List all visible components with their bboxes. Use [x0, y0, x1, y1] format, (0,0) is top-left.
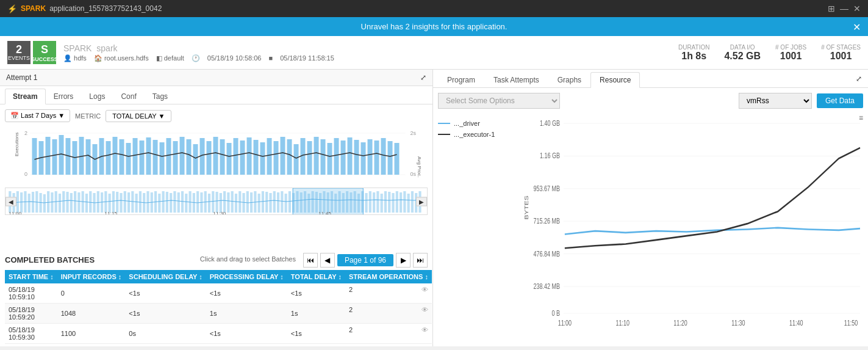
- vmrss-select[interactable]: vmRss: [739, 93, 812, 109]
- app-meta: 👤 hdfs 🏠 root.users.hdfs ◧ default 🕐 05/…: [63, 54, 678, 62]
- banner-close[interactable]: ✕: [853, 21, 861, 32]
- topbar-app-id: application_1557837752143_0042: [49, 4, 162, 13]
- duration-stat: DURATION 1h 8s: [678, 44, 709, 62]
- svg-rect-132: [235, 194, 237, 213]
- svg-rect-143: [277, 192, 279, 213]
- svg-rect-37: [227, 143, 232, 175]
- jobs-value: 1001: [775, 51, 806, 62]
- svg-rect-61: [388, 141, 393, 175]
- jobs-stat: # OF JOBS 1001: [775, 44, 806, 62]
- tab-logs[interactable]: Logs: [81, 89, 113, 104]
- main-chart-svg: 2 0 Executions 2s 0s Avg Proc.: [5, 126, 428, 181]
- table-header-row: START TIME ↕ INPUT RECORDS ↕ SCHEDULING …: [5, 270, 432, 283]
- svg-text:476.84 MB: 476.84 MB: [533, 249, 559, 258]
- svg-rect-35: [213, 137, 218, 175]
- col-input-records: INPUT RECORDS ↕: [57, 270, 126, 283]
- tab-stream[interactable]: Stream: [5, 89, 46, 104]
- eye-icon[interactable]: 👁: [421, 306, 428, 313]
- metric-btn[interactable]: TOTAL DELAY ▼: [106, 110, 171, 122]
- next-page-btn[interactable]: ▶: [396, 253, 411, 268]
- tab-program[interactable]: Program: [438, 72, 484, 87]
- svg-rect-31: [187, 139, 192, 175]
- cell-total-delay: <1s: [287, 283, 345, 304]
- svg-rect-134: [242, 193, 245, 213]
- svg-rect-116: [173, 191, 176, 213]
- svg-rect-109: [146, 191, 149, 213]
- svg-rect-174: [396, 191, 398, 213]
- svg-rect-88: [66, 192, 68, 213]
- svg-rect-32: [193, 144, 198, 175]
- stream-tab-bar: Stream Errors Logs Conf Tags: [0, 86, 432, 104]
- right-expand-icon[interactable]: ⤢: [850, 71, 868, 87]
- chart-menu-icon[interactable]: ≡: [859, 114, 863, 122]
- svg-rect-175: [400, 192, 402, 213]
- legend-executor-line: [438, 134, 450, 135]
- app-badges: 2 EVENTS S SUCCESS: [7, 41, 56, 64]
- svg-rect-24: [140, 140, 145, 175]
- svg-rect-139: [262, 191, 264, 213]
- cell-processing-delay: <1s: [206, 283, 287, 304]
- svg-rect-91: [77, 192, 80, 213]
- svg-text:Sat 11:15: Sat 11:15: [142, 180, 163, 181]
- cell-input-records: 0: [57, 283, 126, 304]
- svg-rect-177: [407, 194, 410, 213]
- svg-text:953.67 MB: 953.67 MB: [533, 184, 559, 192]
- mini-scroll-right[interactable]: ▶: [416, 197, 427, 206]
- cell-processing-delay: 1s: [206, 304, 287, 324]
- table-row: 05/18/19 10:59:10 0 <1s <1s <1s 2 👁: [5, 283, 432, 304]
- cell-input-records: 1048: [57, 304, 126, 324]
- tab-conf[interactable]: Conf: [113, 89, 144, 104]
- prev-page-btn[interactable]: ◀: [320, 253, 335, 268]
- options-select[interactable]: Select Some Options: [438, 93, 560, 109]
- root-user: 🏠 root.users.hdfs: [94, 54, 149, 62]
- eye-icon[interactable]: 👁: [421, 326, 428, 334]
- svg-rect-125: [208, 194, 210, 213]
- svg-rect-94: [89, 191, 91, 213]
- eye-icon[interactable]: 👁: [421, 286, 428, 293]
- app-title: SPARK spark: [63, 43, 678, 53]
- mini-scroll-left[interactable]: ◀: [5, 197, 16, 206]
- svg-rect-114: [166, 192, 168, 213]
- metric-label: METRIC: [75, 112, 101, 120]
- cell-stream-ops: 2 👁: [345, 283, 432, 296]
- svg-rect-43: [267, 138, 272, 175]
- svg-text:11:40: 11:40: [789, 319, 803, 326]
- tab-errors[interactable]: Errors: [46, 89, 82, 104]
- duration-value: 1h 8s: [678, 51, 709, 62]
- date-range-btn[interactable]: 📅 Last 7 Days ▼: [5, 109, 70, 122]
- svg-rect-52: [328, 143, 332, 175]
- svg-rect-51: [321, 139, 326, 175]
- svg-rect-57: [361, 142, 366, 175]
- tab-graphs[interactable]: Graphs: [548, 72, 590, 87]
- svg-rect-25: [146, 137, 151, 175]
- svg-rect-115: [170, 193, 172, 213]
- svg-rect-126: [212, 191, 214, 213]
- svg-text:Sat 11:00: Sat 11:00: [24, 180, 45, 181]
- svg-rect-58: [368, 139, 373, 175]
- svg-rect-113: [162, 191, 165, 213]
- svg-rect-169: [376, 191, 379, 213]
- batches-tbody: 05/18/19 10:59:10 0 <1s <1s <1s 2 👁 05/1…: [5, 283, 432, 344]
- expand-icon[interactable]: ⤢: [420, 73, 426, 82]
- app-header: 2 EVENTS S SUCCESS SPARK spark 👤 hdfs 🏠 …: [0, 36, 868, 70]
- grid-icon[interactable]: ⊞: [828, 4, 835, 13]
- tab-resource[interactable]: Resource: [590, 72, 640, 88]
- svg-rect-56: [354, 140, 359, 175]
- svg-rect-96: [97, 191, 99, 213]
- svg-text:2: 2: [24, 130, 27, 136]
- svg-rect-50: [314, 137, 319, 175]
- minus-icon[interactable]: —: [840, 4, 848, 13]
- tab-tags[interactable]: Tags: [145, 89, 176, 104]
- get-data-btn[interactable]: Get Data: [817, 93, 863, 108]
- svg-rect-140: [265, 192, 268, 213]
- last-page-btn[interactable]: ⏭: [413, 253, 428, 268]
- cell-start-time: 05/18/19 10:59:10: [5, 283, 57, 304]
- left-panel: Attempt 1 ⤢ Stream Errors Logs Conf Tags…: [0, 70, 433, 346]
- svg-rect-38: [234, 138, 239, 175]
- tab-task-attempts[interactable]: Task Attempts: [484, 72, 548, 87]
- start-time: 05/18/19 10:58:06: [207, 54, 262, 62]
- legend-driver-label: ..._driver: [454, 120, 480, 127]
- resource-chart-area: ..._driver ..._executor-1 ≡ 1.40 GB 1.16…: [438, 114, 863, 326]
- close-icon[interactable]: ✕: [853, 4, 861, 13]
- first-page-btn[interactable]: ⏮: [303, 253, 318, 268]
